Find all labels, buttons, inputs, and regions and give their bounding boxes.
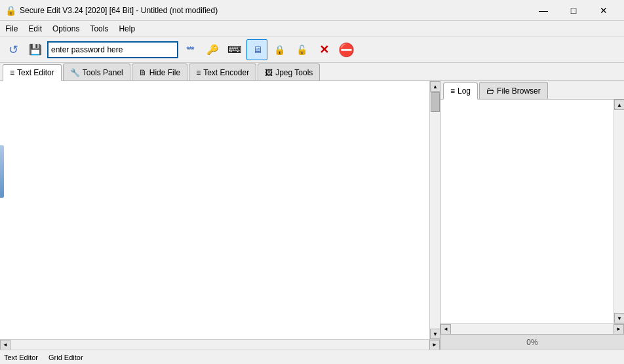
main-content: ▲ ▼ ◄ ► ≡ Log 🗁 File Browser bbox=[0, 81, 624, 350]
tab-text-editor-icon: ≡ bbox=[10, 68, 14, 77]
tab-text-encoder-icon: ≡ bbox=[196, 68, 201, 77]
right-hscroll-track[interactable] bbox=[451, 324, 614, 334]
password-input[interactable] bbox=[47, 41, 178, 58]
tab-hide-file-icon: 🗎 bbox=[139, 68, 147, 77]
status-bar: Text Editor Grid Editor bbox=[0, 350, 624, 364]
right-tab-log-label: Log bbox=[458, 86, 471, 96]
lock-button[interactable]: 🔒 bbox=[269, 39, 290, 60]
scroll-right-arrow[interactable]: ► bbox=[429, 340, 440, 350]
title-bar-controls: — □ ✕ bbox=[528, 0, 619, 21]
app-icon: 🔒 bbox=[5, 5, 16, 16]
menu-help[interactable]: Help bbox=[113, 21, 140, 36]
right-horizontal-scrollbar[interactable]: ◄ ► bbox=[440, 323, 624, 334]
delete-icon: ✕ bbox=[319, 43, 329, 57]
right-tab-log[interactable]: ≡ Log bbox=[443, 82, 478, 100]
screen-icon: 🖥 bbox=[252, 44, 262, 55]
toolbar: ↺ 💾 *** 🔑 ⌨ 🖥 🔒 🔓 ✕ ⛔ bbox=[0, 37, 624, 63]
save-icon: 💾 bbox=[29, 43, 42, 56]
left-indicator bbox=[0, 145, 4, 198]
maximize-button[interactable]: □ bbox=[558, 0, 589, 21]
status-text-editor-label: Text Editor bbox=[4, 354, 38, 361]
save-button[interactable]: 💾 bbox=[25, 39, 46, 60]
back-arrow-button[interactable]: ↺ bbox=[3, 39, 24, 60]
scroll-left-arrow[interactable]: ◄ bbox=[0, 340, 10, 350]
title-bar: 🔒 Secure Edit V3.24 [2020] [64 Bit] - Un… bbox=[0, 0, 624, 21]
right-tab-log-icon: ≡ bbox=[450, 86, 455, 96]
right-content-area[interactable] bbox=[440, 100, 614, 323]
tab-jpeg-tools-icon: 🖼 bbox=[265, 68, 273, 77]
hscroll-track[interactable] bbox=[10, 340, 429, 350]
right-vertical-scrollbar[interactable]: ▲ ▼ bbox=[614, 100, 624, 323]
editor-panel: ▲ ▼ ◄ ► bbox=[0, 81, 440, 350]
right-tab-file-browser-icon: 🗁 bbox=[486, 86, 494, 96]
tab-jpeg-tools-label: Jpeg Tools bbox=[275, 68, 313, 77]
window-title: Secure Edit V3.24 [2020] [64 Bit] - Unti… bbox=[20, 6, 528, 15]
right-tab-file-browser-label: File Browser bbox=[497, 86, 541, 96]
menu-file[interactable]: File bbox=[0, 21, 23, 36]
key-button[interactable]: 🔑 bbox=[202, 39, 223, 60]
status-grid-editor-label: Grid Editor bbox=[49, 354, 83, 361]
close-button[interactable]: ✕ bbox=[589, 0, 619, 21]
scroll-up-arrow[interactable]: ▲ bbox=[430, 81, 440, 92]
right-scroll-left[interactable]: ◄ bbox=[440, 324, 451, 335]
tab-hide-file[interactable]: 🗎 Hide File bbox=[132, 64, 187, 81]
lock-icon: 🔒 bbox=[274, 45, 285, 55]
unlock-icon: 🔓 bbox=[296, 45, 307, 55]
asterisks-button[interactable]: *** bbox=[180, 39, 201, 60]
tab-text-editor-label: Text Editor bbox=[17, 68, 54, 77]
tab-text-encoder-label: Text Encoder bbox=[203, 68, 249, 77]
status-grid-editor: Grid Editor bbox=[49, 354, 83, 361]
editor-scroll-container: ▲ ▼ bbox=[0, 81, 440, 339]
menu-options[interactable]: Options bbox=[47, 21, 85, 36]
key-icon: 🔑 bbox=[206, 44, 219, 56]
scroll-thumb[interactable] bbox=[431, 92, 440, 112]
keyboard-icon: ⌨ bbox=[227, 44, 242, 56]
right-scroll-up[interactable]: ▲ bbox=[614, 100, 624, 110]
scroll-track[interactable] bbox=[430, 92, 440, 329]
progress-label: 0% bbox=[526, 338, 537, 347]
tab-text-editor[interactable]: ≡ Text Editor bbox=[3, 64, 62, 81]
asterisks-icon: *** bbox=[186, 45, 193, 54]
unlock-button[interactable]: 🔓 bbox=[291, 39, 312, 60]
right-tabs: ≡ Log 🗁 File Browser bbox=[440, 81, 624, 100]
right-scroll-right[interactable]: ► bbox=[614, 324, 624, 335]
back-arrow-icon: ↺ bbox=[9, 43, 18, 57]
tab-text-encoder[interactable]: ≡ Text Encoder bbox=[189, 64, 256, 81]
tabs-bar: ≡ Text Editor 🔧 Tools Panel 🗎 Hide File … bbox=[0, 63, 624, 81]
tab-tools-panel-label: Tools Panel bbox=[83, 68, 123, 77]
stop-icon: ⛔ bbox=[338, 42, 355, 58]
right-scroll-track[interactable] bbox=[614, 110, 624, 313]
scroll-down-arrow[interactable]: ▼ bbox=[430, 329, 440, 339]
screen-button[interactable]: 🖥 bbox=[246, 39, 267, 60]
right-status-bar: 0% bbox=[440, 334, 624, 350]
minimize-button[interactable]: — bbox=[528, 0, 558, 21]
status-text-editor: Text Editor bbox=[4, 354, 38, 361]
right-scroll-down[interactable]: ▼ bbox=[614, 313, 624, 323]
menu-bar: File Edit Options Tools Help bbox=[0, 21, 624, 37]
tab-tools-panel-icon: 🔧 bbox=[70, 68, 80, 77]
right-panel: ≡ Log 🗁 File Browser ▲ ▼ ◄ ► 0% bbox=[440, 81, 624, 350]
tab-jpeg-tools[interactable]: 🖼 Jpeg Tools bbox=[258, 64, 320, 81]
editor-vertical-scrollbar[interactable]: ▲ ▼ bbox=[429, 81, 440, 339]
editor-horizontal-scrollbar[interactable]: ◄ ► bbox=[0, 339, 440, 350]
stop-button[interactable]: ⛔ bbox=[336, 39, 357, 60]
tab-hide-file-label: Hide File bbox=[149, 68, 180, 77]
menu-edit[interactable]: Edit bbox=[23, 21, 47, 36]
keyboard-button[interactable]: ⌨ bbox=[224, 39, 245, 60]
menu-tools[interactable]: Tools bbox=[85, 21, 113, 36]
editor-text-area[interactable] bbox=[0, 81, 429, 339]
right-tab-file-browser[interactable]: 🗁 File Browser bbox=[479, 82, 548, 99]
delete-button[interactable]: ✕ bbox=[313, 39, 334, 60]
tab-tools-panel[interactable]: 🔧 Tools Panel bbox=[63, 64, 130, 81]
